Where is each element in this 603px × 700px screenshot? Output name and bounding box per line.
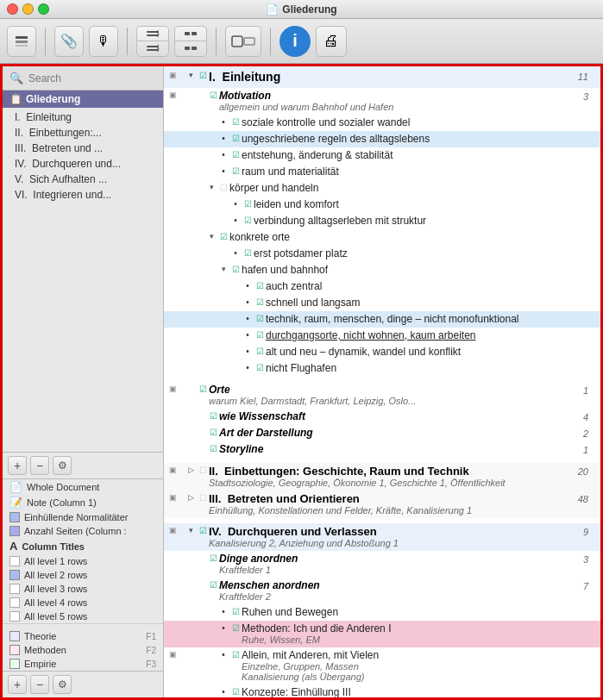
check-einbettungen[interactable]: ☐ — [197, 464, 209, 475]
maximize-button[interactable] — [38, 3, 49, 15]
row-menschen[interactable]: ☑ Menschen anordnen Kraftfelder 2 7 — [164, 578, 600, 604]
expand-konkrete[interactable]: ▾ — [205, 230, 217, 241]
sidebar-item-aufhalten[interactable]: V. Sich Aufhalten ... — [3, 172, 163, 187]
label-theorie[interactable]: Theorie F1 — [3, 629, 163, 643]
style-anzahl[interactable]: Anzahl Seiten (Column : — [3, 524, 163, 538]
content-area[interactable]: ▣ ▾ ☑ I. Einleitung 11 ▣ ☑ — [164, 66, 600, 697]
style-level2[interactable]: All level 2 rows — [3, 568, 163, 582]
sidebar-item-einbettungen[interactable]: II. Einbettungen:... — [3, 125, 163, 141]
row-ruhen[interactable]: • ☑ Ruhen und Bewegen — [164, 604, 600, 621]
expand-einbettungen[interactable]: ▷ — [185, 464, 197, 474]
row-hafen[interactable]: ▾ ☑ hafen und bahnhof — [164, 262, 600, 278]
add-col-btn[interactable]: + — [175, 27, 206, 42]
check-betreten[interactable]: ☐ — [197, 491, 209, 503]
check-menschen[interactable]: ☑ — [207, 578, 219, 590]
check-storyline[interactable]: ☑ — [207, 442, 219, 453]
close-button[interactable] — [7, 3, 18, 15]
record-btn[interactable]: 🎙 — [89, 26, 118, 57]
settings-btn[interactable]: ⚙ — [53, 456, 72, 475]
expand-betreten[interactable]: ▷ — [185, 491, 197, 502]
expand-einleitung[interactable]: ▾ — [185, 69, 197, 79]
add-item-btn[interactable]: + — [8, 456, 27, 475]
check-hafen[interactable]: ☑ — [229, 263, 242, 274]
row-leiden[interactable]: • ☑ leiden und komfort — [164, 197, 600, 213]
check-alt[interactable]: ☑ — [254, 345, 266, 356]
sidebar-item-durchqueren[interactable]: IV. Durchqueren und... — [3, 156, 163, 172]
label-methoden[interactable]: Methoden F2 — [3, 643, 163, 657]
row-motivation[interactable]: ▣ ☑ Motivation allgemein und warum Bahnh… — [164, 88, 600, 115]
check-soziale[interactable]: ☑ — [229, 116, 242, 127]
remove-label-btn[interactable]: − — [30, 675, 49, 694]
remove-col-btn[interactable]: − — [175, 41, 206, 56]
check-durchgang[interactable]: ☑ — [254, 328, 266, 340]
row-orte[interactable]: ▣ ☑ Orte warum Kiel, Darmstadt, Frankfur… — [164, 382, 600, 409]
sidebar-item-betreten[interactable]: III. Betreten und ... — [3, 141, 163, 156]
style-level4[interactable]: All level 4 rows — [3, 596, 163, 609]
check-ungeschrieben[interactable]: ☑ — [229, 132, 242, 143]
remove-row-btn[interactable]: − — [137, 41, 168, 56]
expand-durchqueren[interactable]: ▾ — [185, 524, 197, 534]
row-durchqueren[interactable]: ▣ ▾ ☑ IV. Durchqueren und Verlassen Kana… — [164, 523, 600, 551]
row-alt[interactable]: • ☑ alt und neu – dynamik, wandel und ko… — [164, 344, 600, 360]
row-soziale[interactable]: • ☑ soziale kontrolle und sozialer wande… — [164, 115, 600, 131]
add-row-btn[interactable]: + — [137, 27, 168, 42]
row-einleitung[interactable]: ▣ ▾ ☑ I. Einleitung 11 — [164, 66, 600, 88]
check-entstehung[interactable]: ☑ — [229, 148, 242, 159]
zoom-btn[interactable] — [225, 26, 261, 57]
check-raum[interactable]: ☑ — [229, 165, 242, 176]
check-verbindung[interactable]: ☑ — [242, 214, 254, 225]
attachment-btn[interactable]: 📎 — [54, 26, 84, 57]
style-einhullende[interactable]: Einhüllende Normalitäter — [3, 510, 163, 524]
row-darstellung[interactable]: ☑ Art der Darstellung 2 — [164, 425, 600, 441]
check-konkrete[interactable]: ☑ — [217, 230, 229, 241]
sidebar-item-integrieren[interactable]: VI. Integrieren und... — [3, 187, 163, 203]
check-methoden-ich[interactable]: ☑ — [229, 622, 242, 633]
row-entstehung[interactable]: • ☑ entstehung, änderung & stabilität — [164, 147, 600, 164]
row-zentral[interactable]: • ☑ auch zentral — [164, 278, 600, 295]
search-input[interactable] — [28, 72, 158, 84]
style-level1[interactable]: All level 1 rows — [3, 554, 163, 568]
check-leiden[interactable]: ☑ — [242, 197, 254, 209]
check-schnell[interactable]: ☑ — [254, 296, 266, 307]
row-konkrete[interactable]: ▾ ☑ konkrete orte — [164, 229, 600, 246]
sidebar-item-einleitung[interactable]: I. Einleitung — [3, 109, 163, 125]
check-zentral[interactable]: ☑ — [254, 279, 266, 291]
row-konzepte[interactable]: • ☑ Konzepte: Einhüllung III — [164, 684, 600, 697]
style-note-col1[interactable]: 📝 Note (Column 1) — [3, 495, 163, 510]
print-btn[interactable]: 🖨 — [316, 26, 347, 57]
row-erst[interactable]: • ☑ erst potsdamer platz — [164, 246, 600, 262]
row-ungeschrieben[interactable]: • ☑ ungeschriebene regeln des alltagsleb… — [164, 131, 600, 147]
list-view-btn[interactable] — [7, 26, 36, 57]
add-label-btn[interactable]: + — [8, 675, 27, 694]
expand-motivation[interactable] — [195, 89, 207, 91]
check-darstellung[interactable]: ☑ — [207, 426, 219, 437]
row-technik[interactable]: • ☑ technik, raum, menschen, dinge – nic… — [164, 311, 600, 328]
row-betreten[interactable]: ▣ ▷ ☐ III. Betreten und Orientieren Einh… — [164, 491, 600, 518]
check-wissenschaft[interactable]: ☑ — [207, 409, 219, 421]
check-allein[interactable]: ☑ — [229, 648, 242, 659]
row-einbettungen[interactable]: ▣ ▷ ☐ II. Einbettungen: Geschichte, Raum… — [164, 463, 600, 491]
row-dinge[interactable]: ☑ Dinge anordnen Kraftfelder 1 3 — [164, 551, 600, 578]
row-allein[interactable]: ▣ • ☑ Allein, mit Anderen, mit Vielen Ei… — [164, 647, 600, 684]
style-column-titles[interactable]: A Column Titles — [3, 538, 163, 554]
row-wissenschaft[interactable]: ☑ wie Wissenschaft 4 — [164, 409, 600, 425]
row-durchgang[interactable]: • ☑ durchgangsorte, nicht wohnen, kaum a… — [164, 328, 600, 344]
check-konzepte[interactable]: ☑ — [229, 685, 242, 697]
remove-item-btn[interactable]: − — [30, 456, 49, 475]
check-erst[interactable]: ☑ — [242, 247, 254, 258]
row-flughafen[interactable]: • ☑ nicht Flughafen — [164, 360, 600, 377]
expand-korper[interactable]: ▾ — [205, 181, 217, 191]
check-motivation[interactable]: ☑ — [207, 89, 219, 100]
expand-hafen[interactable]: ▾ — [217, 263, 229, 273]
check-flughafen[interactable]: ☑ — [254, 361, 266, 372]
check-orte[interactable]: ☑ — [197, 383, 209, 394]
label-settings-btn[interactable]: ⚙ — [53, 675, 72, 694]
check-ruhen[interactable]: ☑ — [229, 605, 242, 616]
check-technik[interactable]: ☑ — [254, 312, 266, 323]
row-methoden-ich[interactable]: • ☑ Methoden: Ich und die Anderen I Ruhe… — [164, 621, 600, 647]
label-empirie[interactable]: Empirie F3 — [3, 657, 163, 671]
style-whole-doc[interactable]: 📄 Whole Document — [3, 479, 163, 495]
row-korper[interactable]: ▾ ☐ körper und handeln — [164, 180, 600, 197]
style-level3[interactable]: All level 3 rows — [3, 582, 163, 596]
row-raum[interactable]: • ☑ raum und materialität — [164, 164, 600, 180]
